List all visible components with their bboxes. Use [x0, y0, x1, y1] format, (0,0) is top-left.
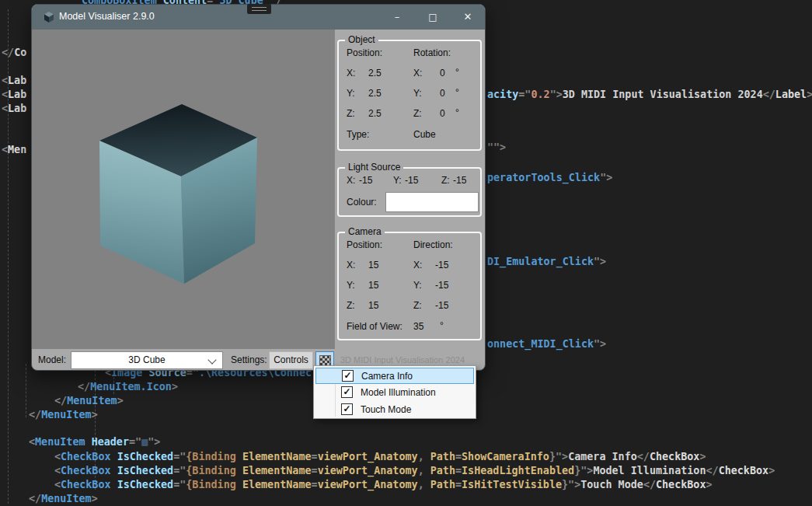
axis-label: Z:	[347, 300, 355, 311]
code-line: <CheckBox IsChecked="{Binding ElementNam…	[54, 451, 706, 462]
degree-symbol: °	[455, 87, 459, 98]
object-rot-x: 0	[440, 68, 445, 79]
model-label: Model:	[38, 354, 66, 365]
degree-symbol: °	[440, 320, 444, 331]
close-button[interactable]: ✕	[455, 5, 480, 30]
degree-symbol: °	[455, 107, 459, 118]
watermark-label: 3D MIDI Input Visualisation 2024	[340, 355, 465, 365]
code-line: </MenuItem>	[54, 395, 124, 407]
menu-item-label: Touch Mode	[361, 404, 411, 415]
settings-dropdown-menu: ✓Camera Info✓Model Illumination✓Touch Mo…	[313, 365, 476, 419]
controls-button[interactable]: Controls	[269, 351, 313, 369]
object-type-value: Cube	[413, 129, 436, 140]
axis-label: X:	[347, 68, 355, 79]
axis-label: X:	[413, 260, 422, 270]
code-line: </Co	[2, 47, 26, 58]
code-line: <Men	[2, 144, 26, 155]
object-pos-z: 2.5	[368, 108, 382, 119]
indent-guide	[26, 364, 26, 417]
checkbox-checked-icon[interactable]: ✓	[341, 386, 353, 398]
code-line: <Lab	[2, 89, 26, 100]
code-line: <CheckBox IsChecked="{Binding ElementNam…	[54, 465, 775, 476]
code-line: <MenuItem Header="▩">	[29, 436, 160, 448]
camera-dir-x: -15	[435, 260, 448, 270]
object-pos-y: 2.5	[368, 88, 382, 99]
checkbox-checked-icon[interactable]: ✓	[342, 370, 354, 382]
light-x-label: X:	[347, 175, 355, 186]
code-line: </MenuItem>	[29, 409, 98, 421]
app-icon	[43, 11, 55, 23]
settings-label: Settings:	[231, 354, 267, 365]
object-rot-y: 0	[440, 88, 445, 99]
object-type-label: Type:	[347, 129, 369, 140]
axis-label: Y:	[413, 280, 422, 291]
light-y-label: Y:	[393, 175, 402, 186]
light-z-value: -15	[453, 175, 466, 186]
axis-label: Z:	[413, 300, 422, 311]
model-combobox[interactable]: 3D Cube	[71, 351, 223, 369]
light-y-value: -15	[405, 175, 418, 186]
cube-3d	[99, 104, 257, 284]
menu-item-camera-info[interactable]: ✓Camera Info	[315, 368, 474, 384]
camera-dir-y: -15	[435, 280, 448, 291]
object-rot-z: 0	[440, 108, 445, 119]
code-line: <Lab	[2, 103, 26, 114]
object-pos-x: 2.5	[368, 68, 382, 79]
code-line: </MenuItem>	[29, 493, 98, 504]
code-line: <Lab	[2, 75, 26, 86]
camera-fov-label: Field of View:	[347, 321, 403, 332]
axis-label: X:	[347, 260, 355, 270]
axis-label: Y:	[347, 280, 355, 291]
drag-handle[interactable]	[247, 4, 271, 14]
camera-fov-value: 35	[413, 321, 423, 332]
code-line: "">	[487, 141, 506, 153]
menu-item-label: Camera Info	[361, 371, 413, 382]
object-groupbox-title: Object	[345, 34, 378, 45]
camera-position-label: Position:	[347, 239, 382, 250]
camera-pos-z: 15	[368, 300, 378, 311]
object-groupbox: Object Position: Rotation: X: 2.5 X: 0 °…	[337, 40, 482, 151]
camera-pos-x: 15	[368, 260, 378, 270]
camera-dir-z: -15	[435, 300, 448, 311]
code-line: <CheckBox IsChecked="{Binding ElementNam…	[54, 479, 713, 490]
object-rotation-label: Rotation:	[413, 47, 451, 58]
window-title: Model Visualiser 2.9.0	[59, 11, 155, 22]
code-line: peratorTools_Click">	[487, 172, 612, 183]
light-source-groupbox: Light Source X: -15 Y: -15 Z: -15 Colour…	[337, 167, 482, 217]
viewport-3d[interactable]	[32, 30, 335, 349]
light-z-label: Z:	[441, 175, 450, 186]
menu-item-touch-mode[interactable]: ✓Touch Mode	[315, 402, 474, 418]
menu-item-label: Model Illumination	[361, 387, 436, 398]
axis-label: Y:	[413, 88, 422, 99]
minimize-button[interactable]: –	[385, 5, 409, 30]
camera-direction-label: Direction:	[413, 239, 453, 250]
light-x-value: -15	[359, 175, 372, 186]
code-line: onnect_MIDI_Click">	[487, 338, 606, 350]
model-combobox-value: 3D Cube	[71, 354, 222, 365]
camera-groupbox-title: Camera	[345, 226, 385, 237]
camera-groupbox: Camera Position: Direction: X: 15 X: -15…	[337, 232, 482, 340]
axis-label: Z:	[347, 108, 355, 119]
light-source-groupbox-title: Light Source	[345, 162, 403, 173]
axis-label: Z:	[413, 108, 422, 119]
code-line: acity="0.2">3D MIDI Input Visualisation …	[487, 89, 812, 100]
light-colour-label: Colour:	[347, 197, 377, 208]
camera-pos-y: 15	[368, 280, 378, 291]
object-position-label: Position:	[347, 47, 382, 58]
menu-item-model-illumination[interactable]: ✓Model Illumination	[315, 385, 474, 401]
light-colour-swatch[interactable]	[385, 192, 479, 212]
app-window: Model Visualiser 2.9.0 – □ ✕ Object Posi…	[31, 4, 486, 371]
checkbox-checked-icon[interactable]: ✓	[341, 403, 353, 415]
axis-label: X:	[413, 68, 422, 79]
degree-symbol: °	[455, 67, 459, 78]
code-line: DI_Emulator_Click">	[487, 256, 606, 267]
maximize-button[interactable]: □	[420, 5, 445, 30]
code-line: </MenuItem.Icon>	[78, 381, 178, 393]
axis-label: Y:	[347, 88, 355, 99]
